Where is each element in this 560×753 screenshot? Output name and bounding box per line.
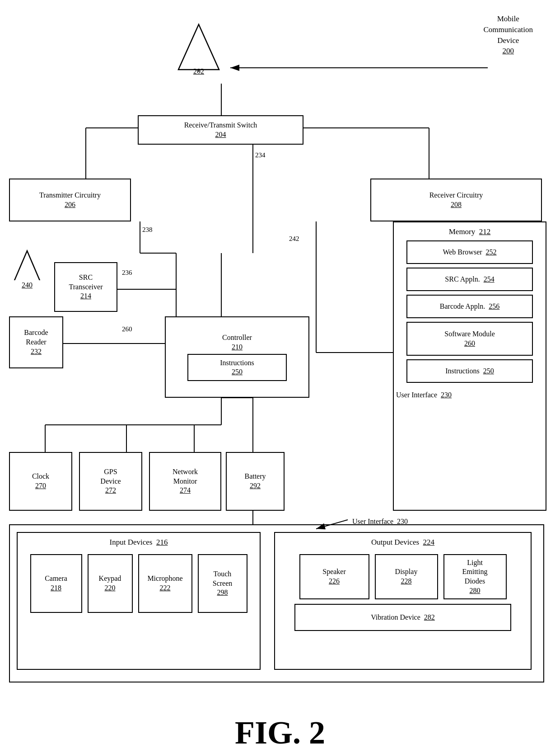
instructions-250-memory: Instructions 250 (406, 359, 533, 383)
gps-device-272: GPSDevice272 (79, 452, 142, 511)
ref-260-line: 260 (122, 325, 132, 333)
memory-212: Memory 212 Web Browser 252 SRC Appln. 25… (393, 221, 546, 511)
sw-260-num: 260 (464, 339, 475, 347)
display-228-num: 228 (401, 577, 412, 585)
mic-222-num: 222 (159, 584, 170, 592)
ui-230-outside-num: 230 (397, 518, 408, 525)
ts-298-num: 298 (217, 588, 228, 596)
ui-230-num: 230 (441, 391, 452, 399)
user-interface-230-outside: User Interface 230 (352, 518, 408, 526)
ref-236: 236 (122, 269, 132, 277)
output-devices-top-row: Speaker226 Display228 LightEmittingDiode… (293, 554, 513, 599)
memory-212-num: 212 (479, 227, 491, 236)
switch-204: Receive/Transmit Switch 204 (138, 115, 303, 145)
ref-242: 242 (289, 235, 299, 243)
vibration-device-282: Vibration Device 282 (294, 604, 511, 631)
keypad-220: Keypad220 (88, 554, 133, 613)
antenna-240-svg (11, 249, 43, 280)
figure-label: FIG. 2 (0, 705, 560, 753)
display-228: Display228 (375, 554, 438, 599)
instructions-250-controller: Instructions250 (187, 354, 287, 381)
switch-204-text: Receive/Transmit Switch (184, 121, 257, 129)
ref-238: 238 (142, 226, 153, 234)
instr-250-mem-num: 250 (483, 367, 494, 375)
receiver-208-text: Receiver Circuitry (429, 191, 483, 199)
svg-marker-30 (14, 251, 41, 280)
antenna-240: 240 (9, 249, 45, 289)
src-appln-254: SRC Appln. 254 (406, 268, 533, 291)
wb-252-num: 252 (486, 248, 497, 256)
touch-screen-298: TouchScreen298 (198, 554, 247, 613)
barcode-232-num: 232 (31, 348, 42, 355)
mobile-device-num: 200 (502, 47, 514, 55)
camera-218: Camera218 (30, 554, 82, 613)
camera-218-num: 218 (51, 584, 61, 592)
transmitter-206-text: Transmitter Circuitry (39, 191, 101, 199)
barcode-appln-256: Barcode Appln. 256 (406, 295, 533, 318)
vib-282-num: 282 (424, 613, 435, 621)
antenna-202: 202 (172, 14, 226, 84)
controller-210: Controller210 Instructions250 (165, 316, 309, 398)
speaker-226-num: 226 (329, 577, 340, 585)
speaker-226: Speaker226 (299, 554, 369, 599)
output-devices-224: Output Devices 224 Speaker226 Display228… (274, 532, 532, 670)
microphone-222: Microphone222 (138, 554, 192, 613)
ref-234: 234 (255, 151, 266, 159)
clock-270: Clock270 (9, 452, 72, 511)
diagram: MobileCommunicationDevice200 (0, 0, 560, 705)
keypad-220-num: 220 (104, 584, 115, 592)
network-monitor-274: NetworkMonitor274 (149, 452, 221, 511)
barcode-reader-232: BarcodeReader232 (9, 316, 63, 368)
receiver-208: Receiver Circuitry 208 (370, 179, 542, 221)
user-interface-230-label: User Interface 230 (394, 391, 452, 399)
src-254-num: 254 (484, 275, 495, 283)
fig-label-text: FIG. 2 (235, 715, 325, 751)
input-devices-216: Input Devices 216 Camera218 Keypad220 Mi… (17, 532, 261, 670)
user-interface-outer: Input Devices 216 Camera218 Keypad220 Mi… (9, 524, 544, 682)
antenna-240-label: 240 (22, 281, 33, 289)
transmitter-206: Transmitter Circuitry 206 (9, 179, 131, 221)
input-devices-row: Camera218 Keypad220 Microphone222 TouchS… (23, 554, 254, 613)
instructions-250-ctrl-num: 250 (232, 368, 243, 376)
src-transceiver-214: SRCTransceiver214 (54, 262, 117, 312)
battery-292: Battery292 (226, 452, 285, 511)
battery-292-num: 292 (250, 482, 261, 489)
switch-204-num: 204 (215, 131, 226, 138)
output-224-num: 224 (423, 538, 435, 546)
controller-210-num: 210 (232, 343, 243, 351)
led-280: LightEmittingDiodes280 (443, 554, 507, 599)
mobile-device-label: MobileCommunicationDevice200 (483, 14, 533, 56)
barcode-256-num: 256 (489, 302, 499, 310)
web-browser-252: Web Browser 252 (406, 240, 533, 264)
input-216-num: 216 (156, 538, 168, 546)
transmitter-206-num: 206 (65, 201, 75, 208)
svg-marker-28 (178, 24, 219, 70)
src-transceiver-214-num: 214 (80, 292, 91, 300)
receiver-208-num: 208 (451, 201, 462, 208)
led-280-num: 280 (470, 587, 481, 594)
clock-270-num: 270 (35, 482, 46, 489)
nm-274-num: 274 (180, 486, 191, 494)
antenna-triangle-svg (176, 22, 221, 72)
software-module-260: Software Module260 (406, 322, 533, 356)
antenna-202-label: 202 (193, 67, 204, 75)
gps-272-num: 272 (105, 486, 116, 494)
